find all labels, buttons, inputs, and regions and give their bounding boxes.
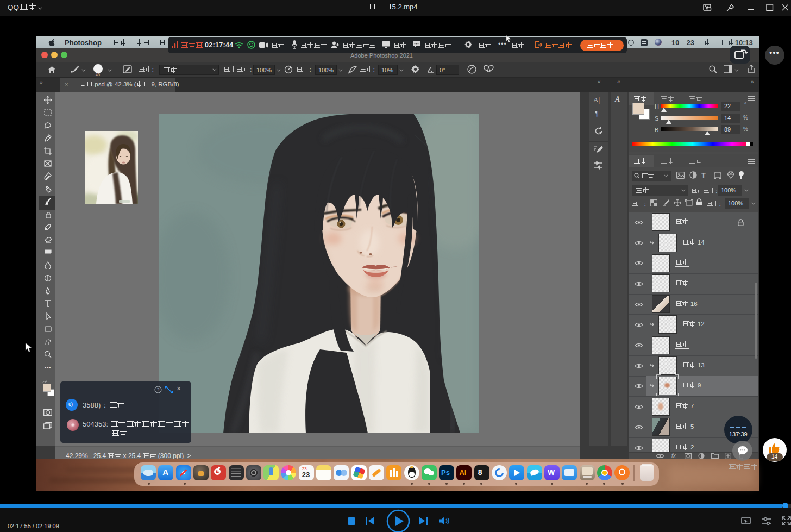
svg-text:?: ?: [156, 387, 159, 392]
